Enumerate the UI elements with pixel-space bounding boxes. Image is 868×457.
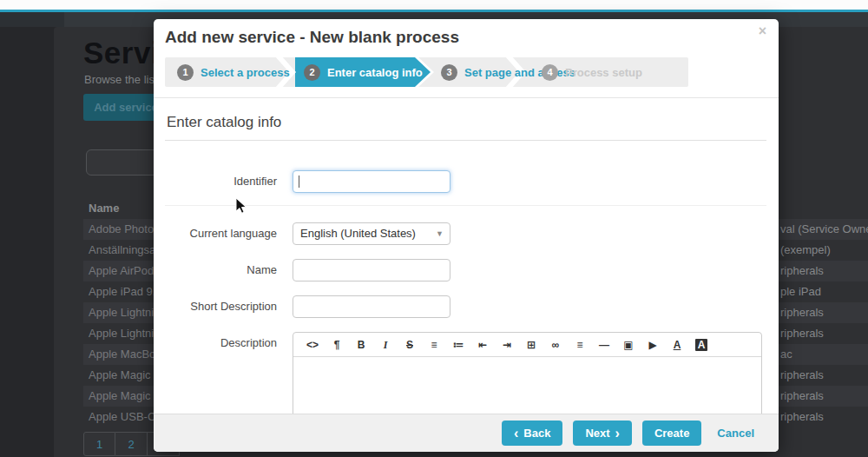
- service-right-cell: ripherals: [780, 386, 824, 407]
- service-name-cell[interactable]: Apple MacBoo: [89, 344, 162, 365]
- short-description-label: Short Description: [165, 295, 293, 318]
- chevron-right-icon: ›: [615, 427, 620, 440]
- wizard-steps: 1 Select a process 2 Enter catalog info …: [165, 57, 688, 87]
- service-right-cell: ripherals: [780, 407, 824, 427]
- editor-toolbar: <> ¶ B I S ≡ ≔ ⇤ ⇥ ⊞ ∞ ≡ — ▣ ▶ A A: [293, 333, 761, 357]
- top-white-strip: [0, 0, 868, 10]
- step-number-badge: 4: [542, 64, 558, 81]
- service-name-cell[interactable]: Apple Lightnin: [89, 302, 160, 323]
- section-title: Enter catalog info: [167, 114, 281, 131]
- italic-icon[interactable]: I: [373, 333, 398, 357]
- chevron-left-icon: ‹: [514, 427, 518, 440]
- step-number-badge: 3: [441, 64, 457, 81]
- service-right-cell: ple iPad: [780, 281, 821, 302]
- screen: Services Browse the list Add service Nam…: [0, 0, 868, 457]
- mouse-cursor: [235, 197, 247, 215]
- description-editor-content[interactable]: [293, 357, 761, 418]
- name-label: Name: [165, 259, 293, 281]
- background-color-icon[interactable]: A: [689, 333, 713, 357]
- service-right-cell: val (Service Owner): [780, 219, 868, 240]
- modal-title: Add new service - New blank process: [165, 28, 459, 47]
- step-label: Process setup: [565, 66, 642, 79]
- table-icon[interactable]: ⊞: [519, 333, 543, 357]
- service-name-cell[interactable]: Apple iPad 9.7: [89, 281, 162, 302]
- short-description-row: Short Description: [165, 295, 766, 318]
- service-right-cell: ripherals: [780, 302, 824, 323]
- section-divider: [165, 140, 766, 141]
- description-rich-text-editor[interactable]: <> ¶ B I S ≡ ≔ ⇤ ⇥ ⊞ ∞ ≡ — ▣ ▶ A A: [293, 332, 762, 419]
- service-right-cell: ripherals: [780, 261, 824, 281]
- indent-icon[interactable]: ⇥: [495, 333, 519, 357]
- add-new-service-modal: Add new service - New blank process × 1 …: [154, 19, 779, 452]
- service-right-cell: ripherals: [780, 365, 824, 386]
- step-label: Enter catalog info: [327, 66, 423, 79]
- horizontal-rule-icon[interactable]: —: [592, 333, 616, 357]
- service-name-cell[interactable]: Apple Magic Tr: [89, 386, 164, 407]
- align-left-icon[interactable]: ≡: [568, 333, 592, 357]
- form-group-divider: [165, 205, 766, 206]
- cancel-link[interactable]: Cancel: [717, 427, 754, 440]
- step-process-setup: 4 Process setup: [542, 57, 642, 87]
- close-icon[interactable]: ×: [759, 24, 766, 38]
- description-row: Description <> ¶ B I S ≡ ≔ ⇤ ⇥ ⊞ ∞ ≡ — ▣: [165, 332, 766, 419]
- service-name-cell[interactable]: Apple Magic M: [89, 365, 163, 386]
- text-caret: [299, 176, 299, 188]
- page-subtitle: Browse the list: [84, 73, 158, 86]
- ordered-list-icon[interactable]: ≔: [446, 333, 470, 357]
- selected-language-value: English (United States): [300, 227, 416, 240]
- strikethrough-icon[interactable]: S: [398, 333, 422, 357]
- description-label: Description: [165, 332, 293, 419]
- name-row: Name: [165, 259, 766, 281]
- step-number-badge: 1: [177, 64, 194, 81]
- service-name-cell[interactable]: Apple AirPods: [89, 261, 160, 281]
- short-description-input[interactable]: [293, 295, 450, 318]
- service-right-cell: ac: [780, 344, 792, 365]
- back-button[interactable]: ‹ Back: [502, 421, 562, 446]
- chevron-down-icon: ▼: [436, 223, 444, 244]
- step-select-a-process[interactable]: 1 Select a process: [177, 57, 290, 87]
- current-language-label: Current language: [165, 222, 293, 245]
- create-button[interactable]: Create: [642, 421, 701, 446]
- identifier-label: Identifier: [165, 170, 293, 193]
- image-icon[interactable]: ▣: [616, 333, 641, 357]
- service-right-cell: (exempel): [780, 240, 831, 261]
- bold-icon[interactable]: B: [349, 333, 373, 357]
- link-icon[interactable]: ∞: [543, 333, 568, 357]
- video-icon[interactable]: ▶: [641, 333, 665, 357]
- current-language-row: Current language English (United States)…: [165, 222, 766, 245]
- outdent-icon[interactable]: ⇤: [470, 333, 495, 357]
- current-language-select[interactable]: English (United States) ▼: [293, 222, 450, 245]
- page-button-1[interactable]: 1: [83, 432, 115, 456]
- app-header-active-item: [0, 12, 64, 27]
- step-label: Select a process: [201, 66, 290, 79]
- code-view-icon[interactable]: <>: [300, 333, 325, 357]
- paragraph-icon[interactable]: ¶: [325, 333, 349, 357]
- identifier-row: Identifier: [165, 170, 766, 193]
- name-input[interactable]: [293, 259, 450, 281]
- step-enter-catalog-info[interactable]: 2 Enter catalog info: [304, 57, 423, 87]
- step-number-badge: 2: [304, 64, 320, 81]
- unordered-list-icon[interactable]: ≡: [422, 333, 446, 357]
- service-right-cell: ripherals: [780, 323, 824, 344]
- modal-footer: ‹ Back Next › Create Cancel: [154, 414, 779, 452]
- page-button-2[interactable]: 2: [115, 432, 148, 456]
- service-name-cell[interactable]: Apple Lightnin: [89, 323, 160, 344]
- text-color-icon[interactable]: A: [665, 333, 689, 357]
- modal-header-divider: [154, 97, 779, 98]
- next-button[interactable]: Next ›: [573, 421, 632, 446]
- identifier-input[interactable]: [293, 170, 450, 193]
